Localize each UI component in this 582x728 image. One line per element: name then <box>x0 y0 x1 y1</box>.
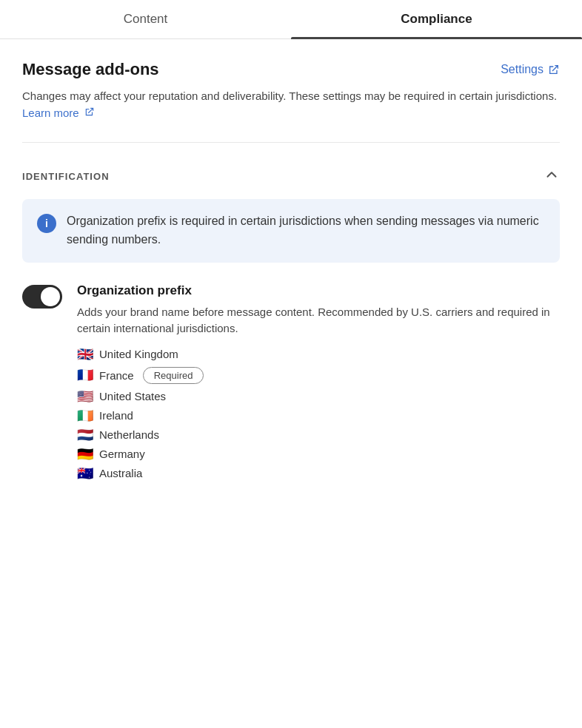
flag-ireland: 🇮🇪 <box>77 409 93 422</box>
toggle-title: Organization prefix <box>77 283 560 298</box>
country-item-australia: 🇦🇺 Australia <box>77 467 560 480</box>
section-title: Message add-ons <box>22 60 159 79</box>
flag-netherlands: 🇳🇱 <box>77 428 93 442</box>
section-header-row: Message add-ons Settings <box>22 60 560 79</box>
country-name-netherlands: Netherlands <box>99 428 159 441</box>
identification-label: IDENTIFICATION <box>22 171 110 182</box>
tab-compliance[interactable]: Compliance <box>291 0 582 38</box>
flag-france: 🇫🇷 <box>77 368 93 382</box>
country-name-germany: Germany <box>99 448 145 460</box>
flag-germany: 🇩🇪 <box>77 448 93 461</box>
required-badge: Required <box>143 367 204 384</box>
country-item-netherlands: 🇳🇱 Netherlands <box>77 428 560 442</box>
tab-bar: Content Compliance <box>0 0 582 39</box>
toggle-description: Adds your brand name before message cont… <box>77 304 560 337</box>
info-icon: i <box>37 214 56 233</box>
flag-us: 🇺🇸 <box>77 390 93 403</box>
external-link-icon <box>548 64 560 75</box>
toggle-row: Organization prefix Adds your brand name… <box>22 283 560 480</box>
country-item-ireland: 🇮🇪 Ireland <box>77 409 560 422</box>
toggle-content: Organization prefix Adds your brand name… <box>77 283 560 480</box>
country-item-uk: 🇬🇧 United Kingdom <box>77 348 560 361</box>
identification-header: IDENTIFICATION <box>22 161 560 199</box>
country-item-us: 🇺🇸 United States <box>77 390 560 403</box>
section-description: Changes may affect your reputation and d… <box>22 88 560 121</box>
country-name-us: United States <box>99 390 166 402</box>
country-list: 🇬🇧 United Kingdom 🇫🇷 France Required 🇺🇸 … <box>77 348 560 480</box>
org-prefix-toggle[interactable] <box>22 285 62 309</box>
country-name-australia: Australia <box>99 467 142 479</box>
country-name-ireland: Ireland <box>99 409 133 422</box>
info-box: i Organization prefix is required in cer… <box>22 199 560 263</box>
flag-australia: 🇦🇺 <box>77 467 93 480</box>
country-item-france: 🇫🇷 France Required <box>77 367 560 384</box>
learn-more-link[interactable]: Learn more <box>22 107 95 119</box>
tab-content[interactable]: Content <box>0 0 291 38</box>
country-name-france: France <box>99 369 134 382</box>
country-item-germany: 🇩🇪 Germany <box>77 448 560 461</box>
learn-more-external-icon <box>82 107 95 117</box>
info-text: Organization prefix is required in certa… <box>67 212 545 249</box>
flag-uk: 🇬🇧 <box>77 348 93 361</box>
section-divider <box>22 142 560 143</box>
chevron-up-icon[interactable] <box>543 166 560 186</box>
settings-link[interactable]: Settings <box>501 63 560 76</box>
main-content: Message add-ons Settings Changes may aff… <box>0 39 582 501</box>
country-name-uk: United Kingdom <box>99 348 178 360</box>
